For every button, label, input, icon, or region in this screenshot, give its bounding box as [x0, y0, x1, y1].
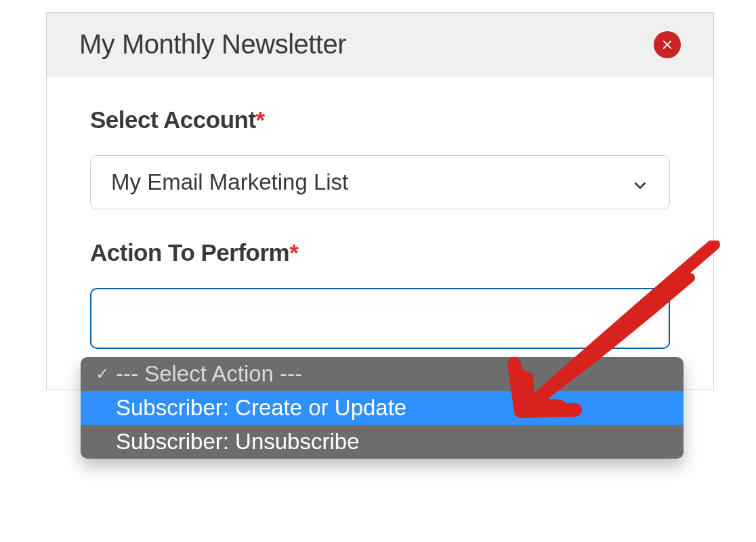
dropdown-option-label: Subscriber: Create or Update	[116, 395, 406, 421]
action-label-text: Action To Perform	[90, 239, 289, 266]
panel-header: My Monthly Newsletter	[47, 13, 713, 77]
action-dropdown: ✓ --- Select Action --- Subscriber: Crea…	[81, 357, 684, 459]
chevron-down-icon	[631, 173, 649, 191]
account-label-text: Select Account	[90, 106, 256, 133]
dropdown-option-placeholder[interactable]: ✓ --- Select Action ---	[81, 357, 684, 391]
action-select[interactable]	[90, 288, 670, 349]
settings-panel: My Monthly Newsletter Select Account* My…	[46, 12, 714, 390]
close-button[interactable]	[654, 31, 681, 58]
close-icon	[660, 37, 675, 52]
account-label: Select Account*	[90, 106, 670, 133]
checkmark-icon: ✓	[96, 364, 116, 383]
required-marker: *	[256, 106, 265, 133]
panel-body: Select Account* My Email Marketing List …	[47, 77, 713, 390]
dropdown-option-label: --- Select Action ---	[116, 361, 302, 387]
dropdown-option-unsubscribe[interactable]: Subscriber: Unsubscribe	[81, 425, 684, 459]
dropdown-option-create-update[interactable]: Subscriber: Create or Update	[81, 391, 684, 425]
account-select-value: My Email Marketing List	[111, 169, 348, 195]
action-label: Action To Perform*	[90, 239, 670, 266]
panel-title: My Monthly Newsletter	[79, 29, 346, 60]
dropdown-option-label: Subscriber: Unsubscribe	[116, 429, 360, 455]
required-marker: *	[289, 239, 298, 266]
account-select[interactable]: My Email Marketing List	[90, 155, 670, 209]
